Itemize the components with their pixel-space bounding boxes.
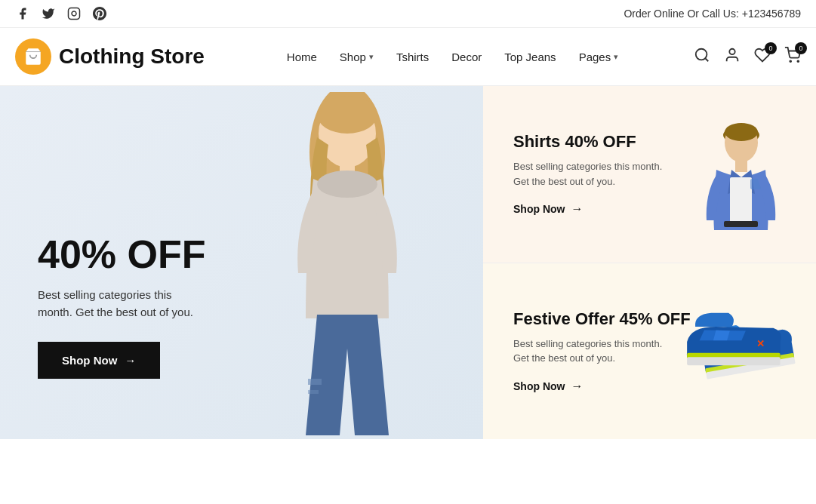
hero-description: Best selling categories this month. Get … (38, 287, 204, 321)
header-actions: 0 0 (694, 47, 801, 67)
nav-decor[interactable]: Decor (451, 51, 482, 63)
svg-line-4 (705, 58, 708, 61)
nav-top-jeans[interactable]: Top Jeans (504, 51, 556, 63)
hero-shop-now-button[interactable]: Shop Now → (38, 342, 160, 379)
account-button[interactable] (724, 47, 741, 67)
contact-info: Order Online Or Call Us: +123456789 (624, 8, 801, 20)
svg-point-7 (797, 60, 799, 62)
shirts-promo-card: Shirts 40% OFF Best selling categories t… (483, 86, 816, 263)
hero-model-image (211, 92, 483, 439)
svg-point-6 (790, 60, 791, 62)
festive-arrow-icon: → (571, 380, 583, 393)
shirts-shop-now-button[interactable]: Shop Now → (513, 202, 583, 216)
svg-rect-0 (69, 8, 80, 20)
svg-point-3 (696, 48, 707, 60)
header: Clothing Store Home Shop ▾ Tshirts Decor… (0, 28, 816, 86)
main-nav: Home Shop ▾ Tshirts Decor Top Jeans Page… (211, 51, 694, 63)
logo[interactable]: Clothing Store (15, 38, 211, 75)
search-button[interactable] (694, 47, 710, 67)
shirts-promo-description: Best selling categories this month. Get … (513, 159, 664, 189)
shirts-promo-text: Shirts 40% OFF Best selling categories t… (513, 132, 786, 216)
twitter-icon[interactable] (41, 6, 56, 21)
hero-discount: 40% OFF (38, 233, 206, 276)
cart-button[interactable]: 0 (784, 47, 801, 67)
wishlist-badge: 0 (765, 42, 777, 54)
instagram-icon[interactable] (66, 6, 82, 21)
hero-arrow-icon: → (125, 354, 136, 367)
svg-point-12 (317, 171, 377, 198)
logo-icon (15, 38, 51, 75)
right-panels: Shirts 40% OFF Best selling categories t… (483, 86, 816, 439)
cart-badge: 0 (795, 42, 807, 54)
festive-promo-description: Best selling categories this month. Get … (513, 337, 664, 366)
festive-promo-title: Festive Offer 45% OFF (513, 309, 786, 329)
facebook-icon[interactable] (15, 6, 30, 21)
social-icons (15, 6, 107, 21)
nav-shop[interactable]: Shop ▾ (340, 51, 374, 63)
hero-text-block: 40% OFF Best selling categories this mon… (38, 233, 206, 379)
svg-point-10 (317, 96, 377, 134)
svg-rect-21 (724, 221, 758, 227)
nav-home[interactable]: Home (287, 51, 317, 63)
shop-chevron-icon: ▾ (369, 52, 374, 62)
svg-point-5 (729, 48, 734, 54)
festive-promo-text: Festive Offer 45% OFF Best selling categ… (513, 309, 786, 393)
shirts-arrow-icon: → (571, 202, 583, 216)
top-bar: Order Online Or Call Us: +123456789 (0, 0, 816, 28)
shirts-promo-title: Shirts 40% OFF (513, 132, 786, 152)
hero-banner: 40% OFF Best selling categories this mon… (0, 86, 483, 439)
nav-pages[interactable]: Pages ▾ (579, 51, 619, 63)
wishlist-button[interactable]: 0 (754, 47, 771, 67)
pages-chevron-icon: ▾ (614, 52, 618, 62)
festive-promo-card: Festive Offer 45% OFF Best selling categ… (483, 263, 816, 440)
main-content: 40% OFF Best selling categories this mon… (0, 86, 816, 439)
festive-shop-now-button[interactable]: Shop Now → (513, 380, 583, 393)
svg-rect-14 (308, 390, 319, 394)
nav-tshirts[interactable]: Tshirts (396, 51, 429, 63)
pinterest-icon[interactable] (92, 6, 107, 21)
logo-text: Clothing Store (59, 45, 205, 69)
svg-rect-13 (308, 379, 322, 385)
